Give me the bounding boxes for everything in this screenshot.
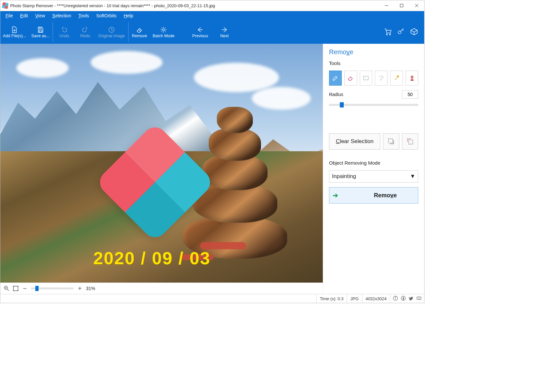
svg-rect-1 bbox=[400, 4, 403, 7]
svg-rect-6 bbox=[39, 27, 41, 29]
side-panel: Remove Tools Radius Clear Selection Obj bbox=[323, 44, 424, 294]
redo-button[interactable]: Redo bbox=[75, 20, 96, 44]
zoom-fit-icon[interactable] bbox=[13, 286, 19, 291]
statusbar: Time (s): 0.3 JPG 4032x3024 bbox=[0, 294, 424, 303]
status-time: Time (s): 0.3 bbox=[316, 294, 347, 303]
zoom-actual-icon[interactable] bbox=[4, 286, 9, 291]
load-selection-button[interactable] bbox=[402, 133, 418, 150]
svg-rect-7 bbox=[39, 30, 42, 32]
app-icon bbox=[2, 2, 9, 9]
youtube-icon[interactable] bbox=[416, 296, 422, 302]
tool-marker[interactable] bbox=[329, 71, 342, 86]
menu-tools[interactable]: Tools bbox=[75, 12, 92, 19]
zoom-percent: 31% bbox=[86, 286, 95, 291]
toolbar-right bbox=[384, 20, 424, 44]
svg-point-15 bbox=[398, 31, 401, 34]
gear-icon bbox=[160, 26, 167, 34]
svg-rect-21 bbox=[364, 76, 369, 80]
menu-file[interactable]: File bbox=[2, 12, 16, 19]
svg-point-13 bbox=[386, 34, 387, 35]
svg-rect-20 bbox=[13, 286, 18, 291]
undo-button[interactable]: Undo bbox=[54, 20, 75, 44]
panel-title: Remove bbox=[329, 48, 418, 56]
menu-help[interactable]: Help bbox=[120, 12, 136, 19]
svg-line-17 bbox=[7, 289, 9, 291]
mode-value: Inpainting bbox=[332, 173, 356, 180]
zoom-out-button[interactable]: − bbox=[22, 285, 28, 292]
tool-eraser[interactable] bbox=[344, 71, 357, 86]
nav-group: Previous Next bbox=[190, 20, 235, 44]
save-selection-button[interactable] bbox=[383, 133, 399, 150]
close-button[interactable] bbox=[409, 0, 424, 11]
eraser-icon bbox=[136, 26, 144, 34]
minimize-button[interactable] bbox=[379, 0, 394, 11]
mode-label: Object Removing Mode bbox=[329, 160, 418, 166]
window-buttons bbox=[379, 0, 424, 11]
status-format: JPG bbox=[347, 294, 362, 303]
radius-label: Radius bbox=[329, 92, 343, 97]
clear-selection-button[interactable]: Clear Selection bbox=[329, 133, 380, 150]
radius-slider[interactable] bbox=[329, 104, 418, 106]
chevron-down-icon: ▼ bbox=[410, 173, 415, 180]
remove-action-button[interactable]: ➔ Remove bbox=[329, 187, 418, 204]
tool-lasso[interactable] bbox=[375, 71, 388, 86]
info-icon[interactable] bbox=[393, 296, 398, 302]
key-icon[interactable] bbox=[397, 27, 405, 37]
toolbar-separator bbox=[128, 22, 129, 42]
arrow-right-icon bbox=[220, 26, 228, 34]
titlebar: Photo Stamp Remover - ****Unregistered v… bbox=[0, 0, 424, 11]
menu-view[interactable]: View bbox=[32, 12, 48, 19]
previous-button[interactable]: Previous bbox=[190, 25, 211, 39]
radius-input[interactable] bbox=[402, 90, 418, 99]
photo: 2020 / 09 / 03 bbox=[0, 44, 323, 283]
zoom-slider[interactable] bbox=[31, 287, 74, 289]
twitter-icon[interactable] bbox=[408, 296, 414, 302]
tool-rectangle-select[interactable] bbox=[360, 71, 373, 86]
remove-btn-label: Remove bbox=[374, 192, 397, 199]
svg-rect-23 bbox=[408, 140, 413, 144]
original-image-button[interactable]: Original Image bbox=[96, 20, 127, 44]
tool-magic-wand[interactable] bbox=[390, 71, 403, 86]
menubar: File Edit View Selection Tools SoftOrbit… bbox=[0, 11, 424, 20]
toolbar: Add File(s)... Save as... Undo Redo Orig… bbox=[0, 20, 424, 44]
status-social bbox=[390, 294, 424, 303]
next-button[interactable]: Next bbox=[214, 25, 235, 39]
tools-label: Tools bbox=[329, 60, 418, 66]
date-stamp-text: 2020 / 09 / 03 bbox=[93, 248, 210, 268]
save-icon bbox=[37, 26, 44, 34]
arrow-left-icon bbox=[196, 26, 204, 34]
save-as-button[interactable]: Save as... bbox=[29, 20, 52, 44]
svg-marker-29 bbox=[419, 298, 420, 299]
mode-select[interactable]: Inpainting ▼ bbox=[329, 170, 418, 183]
svg-line-9 bbox=[139, 29, 141, 31]
svg-point-14 bbox=[390, 34, 391, 35]
box-icon[interactable] bbox=[410, 27, 418, 37]
image-canvas[interactable]: 2020 / 09 / 03 bbox=[0, 44, 323, 283]
history-icon bbox=[108, 26, 115, 34]
toolbar-separator bbox=[53, 22, 53, 42]
status-dims: 4032x3024 bbox=[362, 294, 390, 303]
radius-row: Radius bbox=[329, 90, 418, 99]
undo-icon bbox=[60, 26, 68, 34]
facebook-icon[interactable] bbox=[401, 296, 406, 302]
svg-rect-22 bbox=[389, 139, 393, 143]
workspace: 2020 / 09 / 03 − + 31% Remove Tools bbox=[0, 44, 424, 294]
redo-icon bbox=[81, 26, 89, 34]
arrow-right-icon: ➔ bbox=[333, 191, 338, 199]
menu-softorbits[interactable]: SoftOrbits bbox=[93, 12, 120, 19]
clear-row: Clear Selection bbox=[329, 133, 418, 150]
maximize-button[interactable] bbox=[394, 0, 409, 11]
batch-mode-button[interactable]: Batch Mode bbox=[150, 20, 177, 44]
tool-clone-stamp[interactable] bbox=[406, 71, 418, 86]
add-files-button[interactable]: Add File(s)... bbox=[0, 20, 29, 44]
menu-selection[interactable]: Selection bbox=[49, 12, 75, 19]
cart-icon[interactable] bbox=[384, 27, 392, 37]
menu-edit[interactable]: Edit bbox=[17, 12, 31, 19]
tool-grid bbox=[329, 71, 418, 86]
remove-button-toolbar[interactable]: Remove bbox=[129, 20, 150, 44]
zoom-in-button[interactable]: + bbox=[77, 285, 83, 292]
app-window: Photo Stamp Remover - ****Unregistered v… bbox=[0, 0, 425, 303]
svg-point-10 bbox=[163, 29, 165, 31]
window-title: Photo Stamp Remover - ****Unregistered v… bbox=[10, 3, 379, 8]
add-file-icon bbox=[10, 26, 18, 34]
